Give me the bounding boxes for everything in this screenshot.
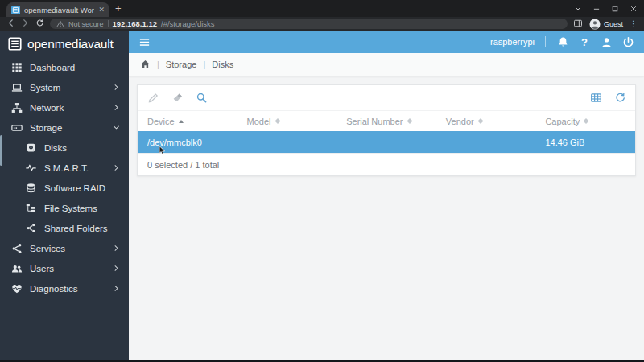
sidebar-item-label: Services <box>30 244 65 253</box>
sidebar-item-file-systems[interactable]: File Systems <box>0 198 129 218</box>
pulse-icon <box>25 162 37 174</box>
database-icon <box>25 182 37 194</box>
home-icon[interactable] <box>140 59 151 71</box>
sidebar-item-label: File Systems <box>44 204 97 213</box>
notifications-bell-icon[interactable] <box>556 35 569 48</box>
breadcrumb-item-disks[interactable]: Disks <box>212 60 233 69</box>
column-label: Serial Number <box>346 117 402 126</box>
sidebar-item-label: Disks <box>44 143 67 153</box>
chevron-right-icon <box>113 265 120 272</box>
user-account-icon[interactable] <box>600 35 613 48</box>
power-icon[interactable] <box>621 35 634 48</box>
dashboard-icon <box>10 61 23 73</box>
column-header-model[interactable]: Model <box>237 117 337 126</box>
column-label: Device <box>147 117 175 126</box>
breadcrumb: | Storage | Disks <box>129 53 644 76</box>
table-footer: 0 selected / 1 total <box>138 153 635 175</box>
search-icon[interactable] <box>195 92 208 105</box>
column-header-serial-number[interactable]: Serial Number <box>336 117 436 126</box>
sidebar-item-services[interactable]: Services <box>0 238 129 258</box>
laptop-icon <box>10 81 23 93</box>
sidebar-item-label: Shared Folders <box>44 224 108 233</box>
pill-divider <box>108 20 109 27</box>
chevron-right-icon <box>113 285 120 292</box>
avatar-icon <box>589 19 601 30</box>
window-close-icon[interactable] <box>630 5 638 13</box>
datatable-toolbar <box>138 85 635 111</box>
sidebar-item-label: Software RAID <box>44 183 105 193</box>
sidebar-item-shared-folders[interactable]: Shared Folders <box>0 218 129 238</box>
sidebar-item-smart[interactable]: S.M.A.R.T. <box>0 158 129 178</box>
disk-icon <box>25 142 37 154</box>
browser-urlbar: Not secure 192.168.1.12/#/storage/disks … <box>0 17 644 31</box>
column-header-device[interactable]: Device <box>138 117 237 126</box>
content-area: Device Model Serial Number Vendor <box>129 76 644 362</box>
column-header-capacity[interactable]: Capacity <box>535 117 635 126</box>
chevron-right-icon <box>113 84 120 91</box>
app-header: raspberrypi ? <box>129 31 644 53</box>
omv-logo-icon <box>8 37 22 51</box>
url-field[interactable]: Not secure 192.168.1.12/#/storage/disks <box>50 19 568 29</box>
sidebar-item-software-raid[interactable]: Software RAID <box>0 178 129 198</box>
share-icon <box>25 222 37 234</box>
edit-pencil-icon[interactable] <box>147 92 159 105</box>
chevron-right-icon <box>113 164 120 171</box>
sidebar-item-storage[interactable]: Storage <box>0 117 129 138</box>
network-icon <box>10 101 23 113</box>
window-menu-icon[interactable] <box>574 5 582 13</box>
sidebar-item-label: Users <box>30 264 54 274</box>
table-row[interactable]: /dev/mmcblk0 14.46 GiB <box>138 131 635 153</box>
column-label: Model <box>247 117 271 126</box>
wipe-eraser-icon[interactable] <box>171 92 184 105</box>
file-tree-icon <box>25 202 37 214</box>
sidebar-item-label: Storage <box>30 123 62 133</box>
tab-close-icon[interactable]: ✕ <box>98 6 105 14</box>
security-label: Not secure <box>68 20 104 28</box>
forward-icon[interactable] <box>21 19 30 29</box>
sidebar-item-dashboard[interactable]: Dashboard <box>0 57 129 77</box>
chevron-right-icon <box>113 245 120 252</box>
header-divider <box>545 36 546 47</box>
sidebar-item-system[interactable]: System <box>0 77 129 97</box>
share-icon <box>10 242 23 254</box>
url-path: /#/storage/disks <box>161 19 215 28</box>
column-settings-grid-icon[interactable] <box>589 92 602 105</box>
sidebar-item-label: System <box>30 83 60 93</box>
window-minimize-icon[interactable] <box>592 5 601 13</box>
app-logo-text: openmediavault <box>27 37 114 51</box>
sidebar: openmediavault Dashboard System Network … <box>0 31 129 362</box>
storage-icon <box>10 121 23 134</box>
sidebar-scrollbar-thumb[interactable] <box>0 135 2 166</box>
sidebar-item-label: S.M.A.R.T. <box>44 163 89 173</box>
back-icon[interactable] <box>6 19 15 29</box>
sort-ascending-icon <box>179 120 184 123</box>
hamburger-menu-icon[interactable] <box>138 36 151 48</box>
new-tab-button[interactable]: + <box>115 2 122 15</box>
reload-icon[interactable] <box>613 92 626 105</box>
sidebar-item-disks[interactable]: Disks <box>0 138 129 158</box>
browser-tab[interactable]: openmediavault Workbench ✕ <box>6 2 109 17</box>
window-maximize-icon[interactable] <box>611 5 619 13</box>
help-icon[interactable]: ? <box>578 35 591 48</box>
reload-icon[interactable] <box>35 19 44 29</box>
favicon-icon <box>11 6 20 14</box>
tab-title: openmediavault Workbench <box>24 6 94 14</box>
profile-avatar[interactable]: Guest <box>589 19 623 30</box>
sidebar-item-diagnostics[interactable]: Diagnostics <box>0 278 129 298</box>
sort-icon <box>407 118 412 125</box>
browser-menu-icon[interactable]: ⋮ <box>630 19 638 28</box>
hostname-label: raspberrypi <box>490 37 535 47</box>
breadcrumb-separator: | <box>203 60 205 69</box>
side-panel-icon[interactable] <box>573 17 583 31</box>
sidebar-item-label: Diagnostics <box>30 284 77 294</box>
sidebar-item-users[interactable]: Users <box>0 258 129 278</box>
sort-icon <box>275 118 280 125</box>
breadcrumb-item-storage[interactable]: Storage <box>166 60 197 69</box>
column-label: Vendor <box>446 117 474 126</box>
heart-pulse-icon <box>10 282 23 294</box>
column-label: Capacity <box>545 117 580 126</box>
screen: openmediavault Workbench ✕ + Not secure … <box>0 0 644 362</box>
sidebar-item-network[interactable]: Network <box>0 97 129 117</box>
column-header-vendor[interactable]: Vendor <box>436 117 536 126</box>
browser-tabstrip: openmediavault Workbench ✕ + <box>0 0 644 17</box>
